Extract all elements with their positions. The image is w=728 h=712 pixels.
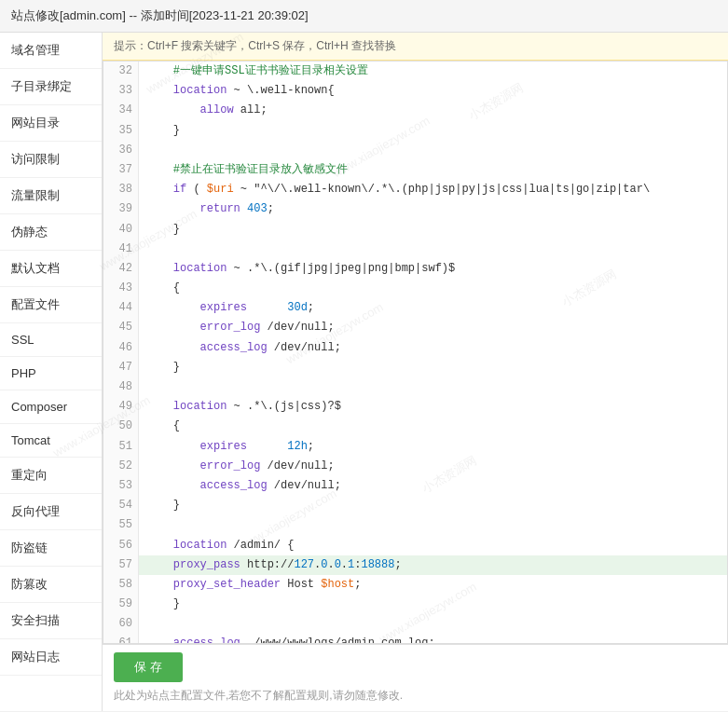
line-number-47: 47 [103, 358, 139, 377]
sidebar-item-5[interactable]: 伪静态 [0, 214, 102, 251]
code-line-37: 37 #禁止在证书验证目录放入敏感文件 [103, 160, 727, 180]
line-number-54: 54 [103, 496, 139, 515]
line-code-50: { [139, 417, 187, 436]
line-number-42: 42 [103, 259, 139, 279]
sidebar-item-4[interactable]: 流量限制 [0, 178, 102, 214]
line-code-45: error_log /dev/null; [139, 318, 342, 337]
line-number-52: 52 [103, 457, 139, 476]
main-content: 提示：Ctrl+F 搜索关键字，Ctrl+S 保存，Ctrl+H 查找替换 32… [103, 33, 728, 711]
line-code-41 [139, 240, 154, 259]
code-line-38: 38 if ( $uri ~ "^\/\.well-known\/.*\.(ph… [103, 180, 727, 199]
line-number-59: 59 [103, 595, 139, 614]
footer-note: 此处为站点主配置文件,若您不了解配置规则,请勿随意修改. [114, 688, 717, 704]
sidebar-item-12[interactable]: 重定向 [0, 458, 102, 494]
line-number-34: 34 [103, 101, 139, 120]
line-number-61: 61 [103, 634, 139, 644]
line-number-50: 50 [103, 417, 139, 436]
sidebar-item-3[interactable]: 访问限制 [0, 142, 102, 178]
line-number-58: 58 [103, 575, 139, 595]
code-line-43: 43 { [103, 279, 727, 298]
code-line-60: 60 [103, 614, 727, 634]
line-code-38: if ( $uri ~ "^\/\.well-known\/.*\.(php|j… [139, 180, 657, 199]
code-line-47: 47 } [103, 358, 727, 377]
sidebar-item-14[interactable]: 防盗链 [0, 530, 102, 567]
sidebar-item-11[interactable]: Tomcat [0, 424, 102, 458]
line-number-48: 48 [103, 377, 139, 397]
line-code-52: error_log /dev/null; [139, 457, 342, 476]
line-code-54: } [139, 496, 187, 515]
line-number-35: 35 [103, 121, 139, 141]
code-line-55: 55 [103, 515, 727, 535]
line-code-51: expires 12h; [139, 437, 322, 457]
line-code-59: } [139, 595, 187, 614]
line-code-61: access_log /www/wwwlogs/admin.com.log; [139, 634, 443, 644]
code-line-56: 56 location /admin/ { [103, 536, 727, 555]
code-line-34: 34 allow all; [103, 101, 727, 120]
line-code-35: } [139, 121, 187, 141]
line-number-39: 39 [103, 199, 139, 219]
line-code-56: location /admin/ { [139, 536, 301, 555]
main-container: 域名管理子目录绑定网站目录访问限制流量限制伪静态默认文档配置文件SSLPHPCo… [0, 33, 728, 711]
code-line-32: 32 #一键申请SSL证书书验证目录相关设置 [103, 62, 727, 81]
sidebar-item-16[interactable]: 安全扫描 [0, 603, 102, 639]
code-line-54: 54 } [103, 496, 727, 515]
code-line-46: 46 access_log /dev/null; [103, 338, 727, 358]
code-line-48: 48 [103, 377, 727, 397]
line-code-34: allow all; [139, 101, 275, 120]
line-code-40: } [139, 220, 187, 240]
sidebar-item-7[interactable]: 配置文件 [0, 287, 102, 323]
code-line-35: 35 } [103, 121, 727, 141]
code-line-49: 49 location ~ .*\.(js|css)?$ [103, 397, 727, 417]
line-code-37: #禁止在证书验证目录放入敏感文件 [139, 160, 355, 180]
hint-bar: 提示：Ctrl+F 搜索关键字，Ctrl+S 保存，Ctrl+H 查找替换 [103, 33, 728, 61]
line-number-57: 57 [103, 555, 139, 575]
code-line-61: 61 access_log /www/wwwlogs/admin.com.log… [103, 634, 727, 644]
sidebar-item-2[interactable]: 网站目录 [0, 105, 102, 142]
code-line-50: 50 { [103, 417, 727, 436]
line-code-55 [139, 515, 154, 535]
line-number-37: 37 [103, 160, 139, 180]
sidebar-item-13[interactable]: 反向代理 [0, 494, 102, 530]
sidebar: 域名管理子目录绑定网站目录访问限制流量限制伪静态默认文档配置文件SSLPHPCo… [0, 33, 103, 711]
code-line-59: 59 } [103, 595, 727, 614]
save-button[interactable]: 保 存 [114, 652, 183, 682]
line-code-48 [139, 377, 154, 397]
sidebar-item-17[interactable]: 网站日志 [0, 639, 102, 676]
code-editor[interactable]: 32 #一键申请SSL证书书验证目录相关设置33 location ~ \.we… [103, 61, 728, 644]
line-code-42: location ~ .*\.(gif|jpg|jpeg|png|bmp|swf… [139, 259, 462, 279]
code-line-42: 42 location ~ .*\.(gif|jpg|jpeg|png|bmp|… [103, 259, 727, 279]
line-code-53: access_log /dev/null; [139, 476, 349, 496]
line-number-45: 45 [103, 318, 139, 337]
code-line-39: 39 return 403; [103, 199, 727, 219]
line-number-40: 40 [103, 220, 139, 240]
footer-bar: 保 存 此处为站点主配置文件,若您不了解配置规则,请勿随意修改. [103, 644, 728, 711]
line-number-53: 53 [103, 476, 139, 496]
code-line-33: 33 location ~ \.well-known{ [103, 81, 727, 101]
sidebar-item-9[interactable]: PHP [0, 357, 102, 390]
line-number-60: 60 [103, 614, 139, 634]
line-code-36 [139, 141, 154, 160]
code-line-40: 40 } [103, 220, 727, 240]
code-line-52: 52 error_log /dev/null; [103, 457, 727, 476]
sidebar-item-1[interactable]: 子目录绑定 [0, 69, 102, 105]
line-code-58: proxy_set_header Host $host; [139, 575, 368, 595]
line-code-32: #一键申请SSL证书书验证目录相关设置 [139, 62, 376, 81]
line-code-49: location ~ .*\.(js|css)?$ [139, 397, 349, 417]
sidebar-item-6[interactable]: 默认文档 [0, 251, 102, 287]
sidebar-item-15[interactable]: 防篡改 [0, 567, 102, 603]
page-header: 站点修改[admin.com] -- 添加时间[2023-11-21 20:39… [0, 0, 728, 33]
line-code-46: access_log /dev/null; [139, 338, 349, 358]
line-number-49: 49 [103, 397, 139, 417]
sidebar-item-10[interactable]: Composer [0, 390, 102, 424]
line-number-32: 32 [103, 62, 139, 81]
sidebar-item-8[interactable]: SSL [0, 323, 102, 357]
line-number-33: 33 [103, 81, 139, 101]
code-line-41: 41 [103, 240, 727, 259]
line-code-47: } [139, 358, 187, 377]
line-number-41: 41 [103, 240, 139, 259]
line-code-43: { [139, 279, 187, 298]
sidebar-item-0[interactable]: 域名管理 [0, 33, 102, 69]
hint-text: 提示：Ctrl+F 搜索关键字，Ctrl+S 保存，Ctrl+H 查找替换 [114, 39, 396, 52]
line-code-39: return 403; [139, 199, 282, 219]
line-code-33: location ~ \.well-known{ [139, 81, 342, 101]
